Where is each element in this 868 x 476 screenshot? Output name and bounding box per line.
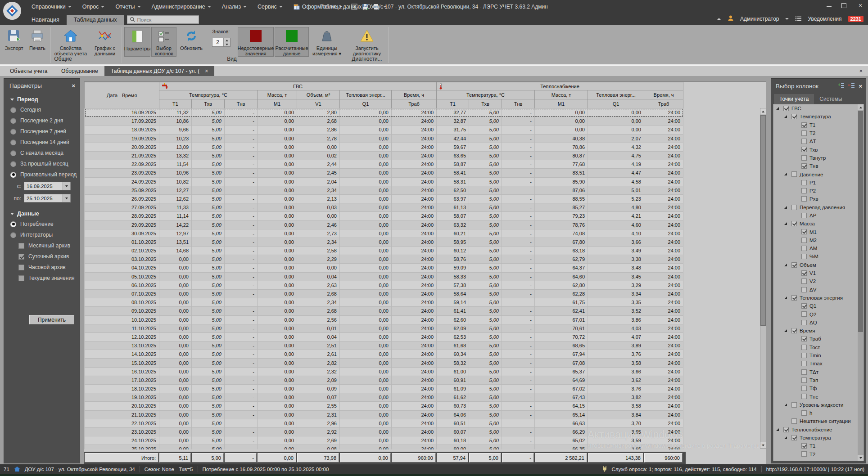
channel-header-V1[interactable]: V1 (297, 99, 340, 108)
tree-checkbox-icon[interactable] (801, 139, 807, 144)
tree-checkbox-icon[interactable] (801, 410, 807, 416)
digits-spinner[interactable]: 2 (212, 38, 231, 47)
tree-checkbox-icon[interactable] (801, 394, 807, 399)
column-select-close-icon[interactable]: × (859, 83, 862, 90)
tree-scroll-up-icon[interactable] (858, 104, 863, 110)
tree-item[interactable]: T2 (773, 450, 858, 458)
minimize-button[interactable] (827, 4, 832, 7)
tree-item[interactable]: Tmax (773, 359, 858, 368)
tree-checkbox-icon[interactable] (791, 221, 797, 226)
table-row[interactable]: 01.10.202513,515,00-0,002,340,0024:0058,… (85, 238, 683, 246)
expand-icon[interactable] (784, 264, 787, 266)
tree-item[interactable]: Тхв (773, 145, 858, 153)
tree-item[interactable]: Q2 (773, 310, 858, 318)
tree-item[interactable]: Объем (773, 261, 858, 269)
apply-button[interactable]: Применить (29, 315, 74, 324)
tree-item[interactable]: ГВС (773, 104, 858, 112)
tree-checkbox-icon[interactable] (801, 188, 807, 193)
channel-header-T1[interactable]: T1 (437, 99, 469, 108)
menu-item-4[interactable]: Анализ (217, 2, 252, 12)
tree-checkbox-icon[interactable] (801, 443, 807, 449)
tab-data-table[interactable]: Таблица данных (67, 15, 124, 25)
tree-item[interactable]: Тнс (773, 392, 858, 400)
tree-checkbox-icon[interactable] (801, 213, 807, 218)
channel-header-Тнв[interactable]: Тнв (225, 99, 258, 108)
archive-option-3[interactable]: Текущие значения (4, 273, 80, 283)
expand-icon[interactable] (784, 436, 787, 439)
table-row[interactable]: 03.10.20250,005,00-0,002,290,0024:0058,7… (85, 255, 683, 264)
date-from-field[interactable]: 16.09.2025 (24, 182, 71, 190)
uncheck-all-icon[interactable] (848, 82, 855, 90)
checkbox-icon[interactable] (18, 243, 24, 249)
checkbox-icon[interactable] (18, 254, 24, 260)
tree-item[interactable]: P1 (773, 179, 858, 187)
period-option-0[interactable]: Сегодня (4, 104, 80, 115)
tree-item[interactable]: Траб (773, 335, 858, 343)
tree-item[interactable]: Давление (773, 170, 858, 178)
menu-item-2[interactable]: Отчеты (110, 2, 146, 12)
status-object-name[interactable]: ДОУ д/с 107 - ул. Октябрьской Революции,… (25, 467, 135, 472)
tree-checkbox-icon[interactable] (791, 328, 797, 333)
expand-icon[interactable] (784, 222, 787, 225)
tab-metering-points[interactable]: Точки учёта (774, 94, 814, 104)
table-row[interactable]: 14.10.20250,005,00-0,002,610,0024:0060,3… (85, 350, 683, 359)
table-row[interactable]: 19.09.202510,235,00-0,002,780,0024:0042,… (85, 134, 683, 143)
scroll-up-icon[interactable] (760, 108, 766, 114)
table-row[interactable]: 20.09.202513,095,00-0,000,000,0024:0059,… (85, 143, 683, 151)
data-option-1[interactable]: Интеграторы (4, 229, 80, 240)
tree-checkbox-icon[interactable] (801, 361, 807, 366)
table-row[interactable]: 10.10.20250,005,00-0,002,560,0024:0062,6… (85, 315, 683, 324)
check-all-icon[interactable]: + (838, 82, 845, 90)
tree-item[interactable]: Твнутр (773, 154, 858, 162)
table-row[interactable]: 04.10.20250,005,00-0,000,000,0024:0059,0… (85, 264, 683, 272)
tree-item[interactable]: Tmin (773, 351, 858, 359)
tree-item[interactable]: Время (773, 327, 858, 335)
period-option-3[interactable]: Последние 14 дней (4, 137, 80, 148)
expand-icon[interactable] (776, 428, 779, 431)
tree-checkbox-icon[interactable] (801, 270, 807, 276)
tree-checkbox-icon[interactable] (801, 147, 807, 152)
sub-header[interactable]: Время, ч (644, 90, 683, 99)
tree-checkbox-icon[interactable] (783, 106, 789, 111)
tree-checkbox-icon[interactable] (801, 122, 807, 128)
search-input[interactable] (137, 17, 191, 22)
tree-checkbox-icon[interactable] (801, 353, 807, 358)
date-to-dropdown-icon[interactable] (63, 194, 70, 202)
data-option-0[interactable]: Потребление (4, 219, 80, 229)
archive-option-0[interactable]: Месячный архив (4, 240, 80, 251)
tree-checkbox-icon[interactable] (801, 155, 807, 161)
period-option-4[interactable]: С начала месяца (4, 148, 80, 158)
date-from-dropdown-icon[interactable] (63, 182, 70, 190)
period-option-2[interactable]: Последние 7 дней (4, 126, 80, 137)
table-row[interactable]: 24.09.202510,825,00-0,002,040,0024:0058,… (85, 177, 683, 186)
parameters-panel-close-icon[interactable]: × (72, 82, 75, 89)
tree-checkbox-icon[interactable] (801, 345, 807, 350)
table-row[interactable]: 27.09.202511,335,00-0,000,030,0024:0061,… (85, 203, 683, 212)
table-row[interactable]: 06.10.20250,005,00-0,002,630,0024:0057,3… (85, 281, 683, 289)
tree-item[interactable]: ΔT (773, 137, 858, 145)
group-header-heating[interactable]: Теплоснабжение (437, 82, 683, 90)
scroll-down-icon[interactable] (760, 442, 766, 448)
sub-header[interactable]: Масса, т (535, 90, 588, 99)
period-option-5[interactable]: За прошлый месяц (4, 158, 80, 169)
calculated-data-toggle-button[interactable]: Рассчитанные данные (275, 27, 309, 57)
channel-header-Траб[interactable]: Траб (392, 99, 437, 108)
tree-item[interactable]: T1 (773, 121, 858, 129)
radio-icon[interactable] (10, 139, 16, 145)
tree-checkbox-icon[interactable] (801, 311, 807, 317)
tree-checkbox-icon[interactable] (801, 196, 807, 202)
channel-header-Тхв[interactable]: Тхв (192, 99, 225, 108)
table-row[interactable]: 28.09.202511,145,00-0,000,000,0024:0058,… (85, 212, 683, 220)
radio-icon[interactable] (10, 129, 16, 135)
tree-item[interactable]: Рхв (773, 195, 858, 203)
notifications-badge[interactable]: 2231 (848, 16, 863, 22)
table-row[interactable]: 30.09.202512,975,00-0,002,730,0024:0060,… (85, 229, 683, 238)
checkbox-icon[interactable] (18, 265, 24, 270)
radio-icon[interactable] (10, 150, 16, 156)
table-row[interactable]: 29.09.202514,225,00-0,002,460,0024:0063,… (85, 220, 683, 229)
table-row[interactable]: 11.10.20250,005,00-0,000,010,0024:0062,0… (85, 324, 683, 332)
radio-icon[interactable] (10, 107, 16, 113)
table-row[interactable]: 17.10.20250,005,00-0,002,090,0024:0060,9… (85, 376, 683, 384)
parameters-toggle-button[interactable]: Параметры (124, 27, 150, 57)
radio-icon[interactable] (10, 221, 16, 227)
